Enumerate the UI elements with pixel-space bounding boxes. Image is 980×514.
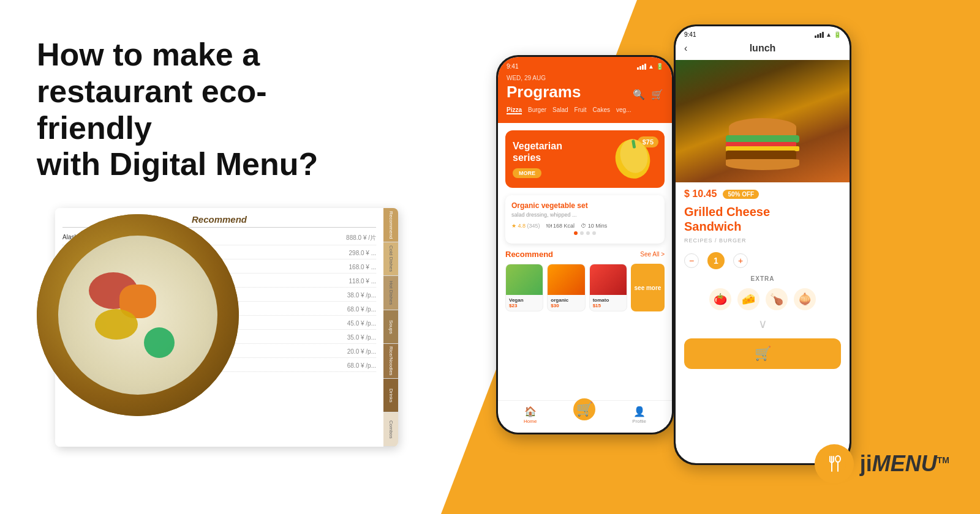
category-item[interactable]: veg... xyxy=(616,106,631,114)
menu-item-price: 168.0 ¥ ... xyxy=(349,264,376,270)
food-decoration xyxy=(77,254,199,376)
veg-card[interactable]: Vegetarian series MORE $75 xyxy=(505,130,665,188)
svg-point-3 xyxy=(823,452,846,475)
phone2-mockup: 9:41 ▲ 🔋 ‹ lunch xyxy=(674,24,851,465)
discount-badge: 50% OFF xyxy=(723,190,759,199)
phone1-mockup: 9:41 ▲ 🔋 WED, 29 AUG Programs 🔍 xyxy=(496,55,674,434)
add-cart-icon: 🛒 xyxy=(755,346,771,362)
organic-title: Organic vegetable set xyxy=(511,201,658,210)
search-icon[interactable]: 🔍 xyxy=(633,89,645,100)
phone2-price-row: $ 10.45 50% OFF xyxy=(676,182,850,202)
add-to-cart-btn[interactable]: 🛒 xyxy=(684,338,841,369)
nav-profile-label: Profile xyxy=(632,419,646,424)
recommend-item[interactable]: organic$30 xyxy=(547,264,585,311)
category-item[interactable]: Salad xyxy=(552,106,568,114)
extras-row: 🍅 🧀 🍗 🧅 xyxy=(676,285,850,314)
rec-item-name: tomato xyxy=(593,297,624,303)
veg-card-left: Vegetarian series MORE xyxy=(513,140,562,178)
category-item[interactable]: Cakes xyxy=(593,106,610,114)
menu-tab-item[interactable]: Cold Dishes xyxy=(383,242,398,277)
menu-tab-item[interactable]: Hot Dishes xyxy=(383,276,398,310)
see-all-link[interactable]: See All > xyxy=(640,251,665,258)
item-price: $ 10.45 xyxy=(684,188,717,199)
phone2-signal: ▲ 🔋 xyxy=(815,31,841,38)
cart-icon[interactable]: 🛒 xyxy=(651,89,663,100)
phone1-date: WED, 29 AUG xyxy=(507,75,663,81)
organic-subtitle: salad dressing, whipped ... xyxy=(511,212,658,218)
phone1-categories: PizzaBurgerSaladFruitCakesveg... xyxy=(507,106,663,114)
rec-item-price: $23 xyxy=(509,303,540,308)
recommend-title: Recommend xyxy=(505,250,553,259)
extra-chicken[interactable]: 🍗 xyxy=(766,288,788,310)
jimenu-logo: jiMENUTM xyxy=(815,444,949,483)
expand-arrow[interactable]: ∨ xyxy=(676,314,850,333)
nav-home-label: Home xyxy=(524,419,537,424)
qty-increase-btn[interactable]: + xyxy=(733,253,748,268)
extra-cheese[interactable]: 🧀 xyxy=(737,288,760,310)
organic-card: Organic vegetable set salad dressing, wh… xyxy=(505,195,665,244)
menu-item-price: 298.0 ¥ ... xyxy=(349,250,376,256)
nav-profile[interactable]: 👤 Profile xyxy=(632,406,646,424)
category-item[interactable]: Pizza xyxy=(507,106,522,114)
profile-icon: 👤 xyxy=(633,406,646,417)
veg-card-more-btn[interactable]: MORE xyxy=(513,168,541,178)
phone1-header: 9:41 ▲ 🔋 WED, 29 AUG Programs 🔍 xyxy=(498,57,672,123)
menu-item-price: 888.0 ¥ /片 xyxy=(346,234,376,242)
home-icon: 🏠 xyxy=(524,406,537,417)
rec-item-name: organic xyxy=(551,297,581,303)
headline-area: How to make a restaurant eco-friendly wi… xyxy=(37,37,380,183)
organic-time: ⏱ 10 Mins xyxy=(581,223,607,229)
item-category: RECIPES / BURGER xyxy=(676,236,850,248)
organic-kcal: 🍽 168 Kcal xyxy=(546,223,575,229)
rec-item-image xyxy=(590,264,627,295)
rec-item-price: $15 xyxy=(593,303,624,308)
phone2-time: 9:41 xyxy=(684,31,696,38)
recommend-grid: Vegan$23organic$30tomato$15see more xyxy=(505,264,665,311)
phone1-title: Programs xyxy=(507,83,581,102)
menu-item-price: 38.0 ¥ /p... xyxy=(347,292,376,299)
menu-item-price: 45.0 ¥ /p... xyxy=(347,320,376,327)
phone1-nav: 🏠 Home 🛒 👤 Profile xyxy=(498,400,672,433)
rec-item-info: organic$30 xyxy=(548,295,584,311)
phone2-header: ‹ lunch xyxy=(676,40,850,60)
category-item[interactable]: Burger xyxy=(528,106,546,114)
menu-tab-item[interactable]: Drinks xyxy=(383,379,398,413)
back-button[interactable]: ‹ xyxy=(684,43,687,54)
menu-tab-item[interactable]: Recommend xyxy=(383,208,398,242)
logo-icon xyxy=(815,444,854,483)
see-more-btn[interactable]: see more xyxy=(631,264,665,311)
peppers-image xyxy=(602,138,657,181)
menu-item-price: 35.0 ¥ /p... xyxy=(347,334,376,341)
menu-tab-item[interactable]: Combos xyxy=(383,412,398,447)
brand-name: jiMENUTM xyxy=(860,451,949,477)
rec-item-info: Vegan$23 xyxy=(506,295,543,311)
qty-decrease-btn[interactable]: − xyxy=(684,253,699,268)
menu-tab-item[interactable]: Soups xyxy=(383,310,398,345)
headline-text: How to make a restaurant eco-friendly wi… xyxy=(37,37,380,183)
recommend-item[interactable]: tomato$15 xyxy=(589,264,627,311)
card-dots xyxy=(511,231,658,235)
recommend-item[interactable]: Vegan$23 xyxy=(505,264,543,311)
organic-rating: ★ 4.8 (345) xyxy=(511,223,540,229)
item-name: Grilled Cheese Sandwich xyxy=(676,202,850,236)
extra-label: EXTRA xyxy=(676,273,850,285)
phone2-status-bar: 9:41 ▲ 🔋 xyxy=(676,26,850,40)
nav-home[interactable]: 🏠 Home xyxy=(524,406,537,424)
menu-item-price: 20.0 ¥ /p... xyxy=(347,348,376,355)
rec-item-name: Vegan xyxy=(509,297,540,303)
menu-tab-item[interactable]: Rice/Noodles xyxy=(383,344,398,379)
rec-item-image xyxy=(506,264,543,295)
phone2-screen: 9:41 ▲ 🔋 ‹ lunch xyxy=(676,26,850,463)
recommend-header: Recommend See All > xyxy=(505,250,665,259)
extra-tomato[interactable]: 🍅 xyxy=(709,288,731,310)
phone1-screen: 9:41 ▲ 🔋 WED, 29 AUG Programs 🔍 xyxy=(498,57,672,433)
phone1-signal-icons: ▲ 🔋 xyxy=(637,63,663,70)
phone1-status-bar: 9:41 ▲ 🔋 xyxy=(507,63,663,70)
phone1-body: Vegetarian series MORE $75 Or xyxy=(498,123,672,400)
cart-icon: 🛒 xyxy=(576,401,593,417)
nav-cart-btn[interactable]: 🛒 xyxy=(573,398,595,420)
extra-onion[interactable]: 🧅 xyxy=(794,288,816,310)
category-item[interactable]: Fruit xyxy=(575,106,587,114)
phone2-food-image xyxy=(676,60,850,182)
logo-fork-icon xyxy=(822,452,846,476)
